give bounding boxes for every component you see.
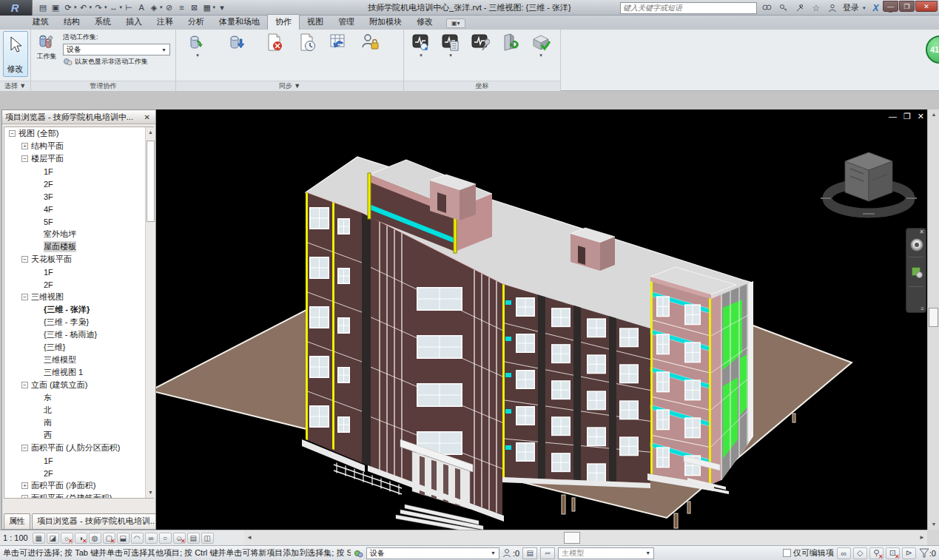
modify-button[interactable]: 修改 bbox=[3, 31, 28, 77]
interference-check-button[interactable]: ▾ bbox=[525, 31, 557, 81]
restore-button[interactable]: ❐ bbox=[899, 1, 915, 12]
coordination-review-button[interactable]: ▾ bbox=[436, 31, 465, 81]
shadows-icon[interactable]: ◑✕ bbox=[75, 533, 87, 544]
minimize-button[interactable]: — bbox=[883, 1, 898, 12]
view-restore-icon[interactable]: ❐ bbox=[903, 112, 911, 121]
expand-icon[interactable]: + bbox=[21, 495, 28, 499]
unlocked-view-icon[interactable]: ◠ bbox=[131, 533, 144, 544]
expand-icon[interactable]: + bbox=[21, 482, 28, 489]
sun-path-icon[interactable]: ☼✕ bbox=[61, 533, 73, 544]
restore-backup-button[interactable] bbox=[323, 31, 353, 81]
dropdown-icon[interactable]: ▾ bbox=[213, 4, 216, 10]
signin-dropdown-icon[interactable]: ▾ bbox=[863, 5, 866, 11]
thin-lines-icon[interactable]: ≡ bbox=[176, 1, 188, 14]
undo-icon[interactable]: ↶ bbox=[78, 1, 90, 14]
ribbon-tab-7[interactable]: 体量和场地 bbox=[212, 15, 267, 30]
worksets-dialog-button[interactable]: ▤ bbox=[522, 547, 537, 559]
active-workset-select[interactable]: 设备 ▼ bbox=[63, 44, 170, 55]
ribbon-tab-2[interactable]: 结构 bbox=[56, 15, 87, 30]
collapse-icon[interactable]: − bbox=[21, 294, 28, 300]
customize-qat-icon[interactable]: ▾ bbox=[216, 1, 228, 14]
collapse-icon[interactable]: − bbox=[21, 155, 28, 162]
tree-item[interactable]: 屋面楼板 bbox=[4, 240, 153, 253]
scroll-left-icon[interactable]: ◄ bbox=[244, 530, 255, 545]
tree-item[interactable]: {三维} bbox=[4, 341, 153, 354]
tree-item[interactable]: 2F bbox=[4, 278, 153, 291]
editing-requests-button[interactable] bbox=[353, 31, 388, 81]
tree-scrollbar[interactable]: ▲ ▼ bbox=[145, 127, 155, 498]
collapse-icon[interactable]: − bbox=[21, 382, 28, 388]
tree-item[interactable]: +面积平面 (总建筑面积) bbox=[4, 492, 153, 499]
crop-view-icon[interactable]: ▢✕ bbox=[103, 533, 115, 544]
scroll-down-icon[interactable]: ▼ bbox=[146, 488, 155, 498]
tree-item[interactable]: 2F bbox=[4, 178, 153, 190]
ribbon-tab-1[interactable]: 建筑 bbox=[25, 15, 56, 30]
sync-panel-label[interactable]: 同步 ▼ bbox=[176, 81, 403, 91]
ribbon-tab-6[interactable]: 分析 bbox=[181, 15, 212, 30]
dropdown-icon[interactable]: ▾ bbox=[104, 4, 107, 10]
subscription-key-icon[interactable] bbox=[778, 2, 790, 14]
select-links-icon[interactable]: ∞ bbox=[837, 547, 851, 559]
save-icon[interactable]: ▣ bbox=[50, 1, 61, 14]
steering-wheel-icon[interactable] bbox=[910, 238, 923, 252]
modify-tab-dropdown[interactable]: ▣▾ bbox=[446, 18, 465, 28]
tab-project-browser[interactable]: 项目浏览器 - 技师学院机电培训... bbox=[32, 513, 156, 529]
coordinate-settings-button[interactable] bbox=[465, 31, 495, 81]
view-scale[interactable]: 1 : 100 bbox=[3, 533, 28, 542]
ribbon-tab-11[interactable]: 附加模块 bbox=[362, 15, 409, 30]
vertical-scroll-thumb[interactable] bbox=[929, 308, 938, 327]
detail-level-icon[interactable]: ▦ bbox=[33, 533, 45, 544]
tree-item[interactable]: −天花板平面 bbox=[4, 253, 153, 266]
default-3d-view-icon[interactable]: ◈ bbox=[148, 1, 160, 14]
displace-elements-icon[interactable]: ◫ bbox=[201, 533, 214, 544]
gray-inactive-worksets-toggle[interactable]: 以灰色显示非活动工作集 bbox=[63, 57, 170, 67]
section-icon[interactable]: ⊘ bbox=[164, 1, 175, 14]
communication-center-icon[interactable] bbox=[794, 2, 806, 14]
tree-item[interactable]: 1F bbox=[4, 454, 153, 467]
tree-item[interactable]: +结构平面 bbox=[4, 140, 153, 152]
close-button[interactable]: ✕ bbox=[915, 1, 938, 12]
tree-item[interactable]: 南 bbox=[4, 416, 153, 429]
select-panel-label[interactable]: 选择 ▼ bbox=[0, 81, 30, 91]
drag-on-selection-icon[interactable]: ⊳ bbox=[902, 547, 916, 559]
tree-item[interactable]: {三维 - 李枭} bbox=[4, 316, 153, 328]
reload-latest-button[interactable] bbox=[217, 31, 258, 81]
tree-item[interactable]: 北 bbox=[4, 404, 153, 416]
tree-item[interactable]: {三维 - 杨雨迪} bbox=[4, 328, 153, 341]
dropdown-icon[interactable]: ▾ bbox=[120, 4, 123, 10]
tree-item[interactable]: −楼层平面 bbox=[4, 152, 153, 165]
editable-only-checkbox[interactable]: 仅可编辑项 bbox=[783, 547, 834, 559]
exchange-apps-icon[interactable]: X bbox=[869, 2, 881, 14]
vertical-scrollbar[interactable]: ▲ ▼ bbox=[927, 109, 939, 530]
select-underlay-icon[interactable]: ◇ bbox=[853, 547, 867, 559]
text-icon[interactable]: A bbox=[135, 1, 147, 14]
filter-control[interactable]: :0 bbox=[919, 548, 936, 558]
dropdown-icon[interactable]: ▾ bbox=[90, 4, 92, 10]
tree-item[interactable]: −立面 (建筑立面) bbox=[4, 379, 153, 391]
tree-item[interactable]: 东 bbox=[4, 391, 153, 404]
ribbon-tab-10[interactable]: 管理 bbox=[331, 15, 362, 30]
drawing-area[interactable]: — ❐ ✕ ✕ ≡ bbox=[156, 109, 927, 530]
favorites-star-icon[interactable]: ☆ bbox=[810, 2, 822, 14]
expand-icon[interactable]: + bbox=[21, 143, 28, 149]
copy-monitor-button[interactable]: ▾ bbox=[406, 31, 436, 81]
search-icon[interactable] bbox=[761, 2, 773, 14]
signin-person-icon[interactable] bbox=[827, 2, 838, 14]
select-by-face-icon[interactable]: ⊡✕ bbox=[886, 547, 900, 559]
navbar-more-icon[interactable]: ≡ bbox=[921, 306, 924, 312]
scroll-up-icon[interactable]: ▲ bbox=[928, 109, 939, 120]
design-option-select[interactable]: 主模型 ▼ bbox=[558, 547, 654, 559]
zoom-tool-icon[interactable] bbox=[912, 267, 921, 276]
manage-collab-panel-label[interactable]: 管理协作 bbox=[31, 81, 175, 91]
tree-item[interactable]: {三维 - 张洋} bbox=[4, 303, 153, 316]
switch-windows-icon[interactable]: ▦ bbox=[201, 1, 213, 14]
coordinate-panel-label[interactable]: 坐标 bbox=[404, 81, 560, 91]
tree-scroll-thumb[interactable] bbox=[147, 141, 155, 222]
ribbon-tab-12[interactable]: 修改 bbox=[409, 15, 440, 30]
tree-item[interactable]: 三维模型 bbox=[4, 354, 153, 366]
tree-item[interactable]: 5F bbox=[4, 215, 153, 228]
ribbon-tab-5[interactable]: 注释 bbox=[149, 15, 181, 30]
reveal-hidden-icon[interactable]: ○ bbox=[159, 533, 172, 544]
tree-item[interactable]: −三维视图 bbox=[4, 291, 153, 303]
scroll-down-icon[interactable]: ▼ bbox=[928, 519, 939, 530]
